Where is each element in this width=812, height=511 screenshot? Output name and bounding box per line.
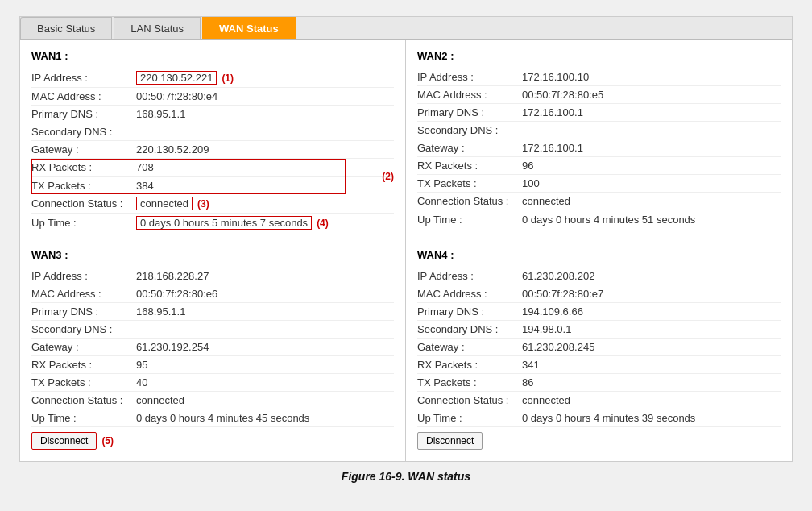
wan4-uptime-row: Up Time : 0 days 0 hours 4 minutes 39 se… — [417, 409, 781, 427]
wan4-rx-value: 341 — [522, 359, 781, 371]
wan4-gw-label: Gateway : — [417, 341, 522, 353]
wan1-tx-label: TX Packets : — [31, 180, 136, 192]
wan1-ip-value: 220.130.52.221 — [136, 71, 217, 85]
wan3-mac-label: MAC Address : — [31, 288, 136, 300]
wan2-dns2-label: Secondary DNS : — [417, 124, 522, 136]
wan4-tx-label: TX Packets : — [417, 376, 522, 388]
wan4-rx-row: RX Packets : 341 — [417, 356, 781, 374]
wan2-conn-row: Connection Status : connected — [417, 193, 781, 210]
wan3-dns2-row: Secondary DNS : — [31, 321, 394, 339]
wan1-gw-row: Gateway : 220.130.52.209 — [31, 141, 394, 159]
wan3-disconnect-button[interactable]: Disconnect — [31, 432, 97, 450]
wan4-dns2-label: Secondary DNS : — [417, 323, 522, 335]
wan1-dns1-label: Primary DNS : — [31, 108, 136, 120]
wan1-title: WAN1 : — [31, 47, 394, 65]
wan4-disconnect-button[interactable]: Disconnect — [417, 432, 483, 450]
content-area: WAN1 : IP Address : 220.130.52.221 (1) M… — [20, 40, 792, 461]
wan1-mac-row: MAC Address : 00:50:7f:28:80:e4 — [31, 88, 394, 106]
wan4-dns1-label: Primary DNS : — [417, 305, 522, 318]
wan4-ip-label: IP Address : — [417, 270, 522, 282]
main-container: Basic Status LAN Status WAN Status WAN1 … — [19, 16, 793, 462]
wan2-ip-value: 172.16.100.10 — [522, 71, 781, 83]
wan1-rx-value: 708 — [136, 161, 394, 173]
wan3-gw-row: Gateway : 61.230.192.254 — [31, 339, 394, 356]
wan2-dns1-value: 172.16.100.1 — [522, 106, 781, 118]
wan2-conn-value: connected — [522, 195, 781, 207]
tab-lan-status[interactable]: LAN Status — [114, 17, 201, 39]
wan2-gw-label: Gateway : — [417, 142, 522, 154]
wan2-gw-value: 172.16.100.1 — [522, 142, 781, 154]
wan3-dns1-row: Primary DNS : 168.95.1.1 — [31, 303, 394, 321]
wan1-conn-annotation: (3) — [197, 198, 209, 210]
wan4-dns1-value: 194.109.6.66 — [522, 305, 781, 318]
wan4-uptime-label: Up Time : — [417, 412, 522, 424]
wan2-uptime-row: Up Time : 0 days 0 hours 4 minutes 51 se… — [417, 210, 781, 228]
wan2-uptime-value: 0 days 0 hours 4 minutes 51 seconds — [522, 214, 781, 226]
wan1-conn-row: Connection Status : connected (3) — [31, 194, 394, 214]
wan4-uptime-value: 0 days 0 hours 4 minutes 39 seconds — [522, 412, 781, 424]
wan1-tx-value: 384 — [136, 180, 394, 192]
wan1-dns1-value: 168.95.1.1 — [136, 108, 394, 120]
wan2-rx-label: RX Packets : — [417, 160, 522, 172]
wan3-ip-value: 218.168.228.27 — [136, 270, 394, 282]
wan4-dns2-value: 194.98.0.1 — [522, 323, 781, 335]
wan2-section: WAN2 : IP Address : 172.16.100.10 MAC Ad… — [406, 40, 792, 239]
wan2-gw-row: Gateway : 172.16.100.1 — [417, 139, 781, 157]
wan3-tx-row: TX Packets : 40 — [31, 374, 394, 392]
wan3-rx-row: RX Packets : 95 — [31, 356, 394, 374]
wan4-mac-value: 00:50:7f:28:80:e7 — [522, 288, 781, 300]
wan2-ip-label: IP Address : — [417, 71, 522, 83]
wan3-rx-value: 95 — [136, 359, 394, 371]
wan1-tx-row: TX Packets : 384 (2) — [31, 177, 394, 194]
wan1-uptime-value: 0 days 0 hours 5 minutes 7 seconds — [136, 216, 312, 230]
wan4-conn-label: Connection Status : — [417, 394, 522, 406]
wan3-disconnect-row: Disconnect (5) — [31, 427, 394, 455]
wan2-dns2-row: Secondary DNS : — [417, 122, 781, 139]
wan4-section: WAN4 : IP Address : 61.230.208.202 MAC A… — [406, 239, 792, 461]
wan1-section: WAN1 : IP Address : 220.130.52.221 (1) M… — [20, 40, 406, 239]
wan2-title: WAN2 : — [417, 47, 781, 65]
wan4-mac-row: MAC Address : 00:50:7f:28:80:e7 — [417, 285, 781, 303]
wan1-packets-annotation: (2) — [382, 171, 394, 182]
wan2-ip-row: IP Address : 172.16.100.10 — [417, 69, 781, 86]
wan3-conn-value: connected — [136, 394, 394, 406]
tab-basic-status[interactable]: Basic Status — [20, 17, 112, 39]
wan1-packets-group: RX Packets : 708 TX Packets : 384 (2) — [31, 159, 394, 194]
wan3-title: WAN3 : — [31, 246, 394, 264]
wan3-ip-row: IP Address : 218.168.228.27 — [31, 268, 394, 285]
wan3-uptime-row: Up Time : 0 days 0 hours 4 minutes 45 se… — [31, 409, 394, 427]
wan2-uptime-label: Up Time : — [417, 214, 522, 226]
wan4-dns2-row: Secondary DNS : 194.98.0.1 — [417, 321, 781, 339]
wan1-dns2-label: Secondary DNS : — [31, 126, 136, 138]
wan2-conn-label: Connection Status : — [417, 195, 522, 207]
wan1-conn-value: connected — [136, 197, 193, 210]
wan3-uptime-value: 0 days 0 hours 4 minutes 45 seconds — [136, 412, 394, 424]
tab-wan-status[interactable]: WAN Status — [202, 17, 296, 39]
wan4-conn-row: Connection Status : connected — [417, 392, 781, 409]
wan1-ip-annotation: (1) — [222, 73, 234, 84]
wan2-mac-row: MAC Address : 00:50:7f:28:80:e5 — [417, 86, 781, 104]
wan1-gw-label: Gateway : — [31, 143, 136, 156]
wan3-uptime-label: Up Time : — [31, 412, 136, 424]
wan3-conn-label: Connection Status : — [31, 394, 136, 406]
wan4-rx-label: RX Packets : — [417, 359, 522, 371]
wan4-disconnect-row: Disconnect — [417, 427, 781, 455]
wan3-gw-label: Gateway : — [31, 341, 136, 353]
wan3-tx-label: TX Packets : — [31, 376, 136, 388]
wan2-rx-value: 96 — [522, 160, 781, 172]
wan3-disconnect-annotation: (5) — [102, 435, 114, 447]
wan1-mac-label: MAC Address : — [31, 90, 136, 102]
wan3-dns1-label: Primary DNS : — [31, 305, 136, 318]
wan2-rx-row: RX Packets : 96 — [417, 157, 781, 175]
wan3-conn-row: Connection Status : connected — [31, 392, 394, 409]
wan3-tx-value: 40 — [136, 376, 394, 388]
wan2-tx-row: TX Packets : 100 — [417, 175, 781, 193]
wan3-dns2-label: Secondary DNS : — [31, 323, 136, 335]
wan4-title: WAN4 : — [417, 246, 781, 264]
wan1-rx-label: RX Packets : — [31, 161, 136, 173]
wan3-mac-value: 00:50:7f:28:80:e6 — [136, 288, 394, 300]
wan1-uptime-annotation: (4) — [317, 218, 329, 229]
wan2-dns1-label: Primary DNS : — [417, 106, 522, 118]
wan3-gw-value: 61.230.192.254 — [136, 341, 394, 353]
wan3-mac-row: MAC Address : 00:50:7f:28:80:e6 — [31, 285, 394, 303]
